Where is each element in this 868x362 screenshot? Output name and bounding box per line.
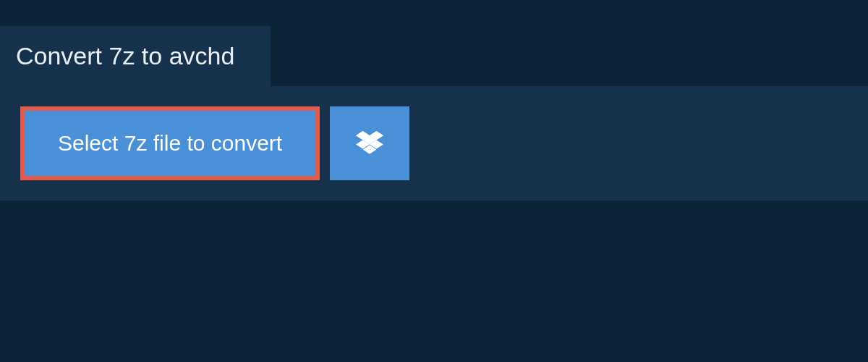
dropbox-icon <box>356 131 383 156</box>
action-button-row: Select 7z file to convert <box>0 86 868 201</box>
select-file-button[interactable]: Select 7z file to convert <box>20 106 320 180</box>
select-file-label: Select 7z file to convert <box>58 131 282 156</box>
page-title: Convert 7z to avchd <box>16 42 234 70</box>
page-title-tab: Convert 7z to avchd <box>0 26 271 86</box>
dropbox-button[interactable] <box>330 106 409 180</box>
